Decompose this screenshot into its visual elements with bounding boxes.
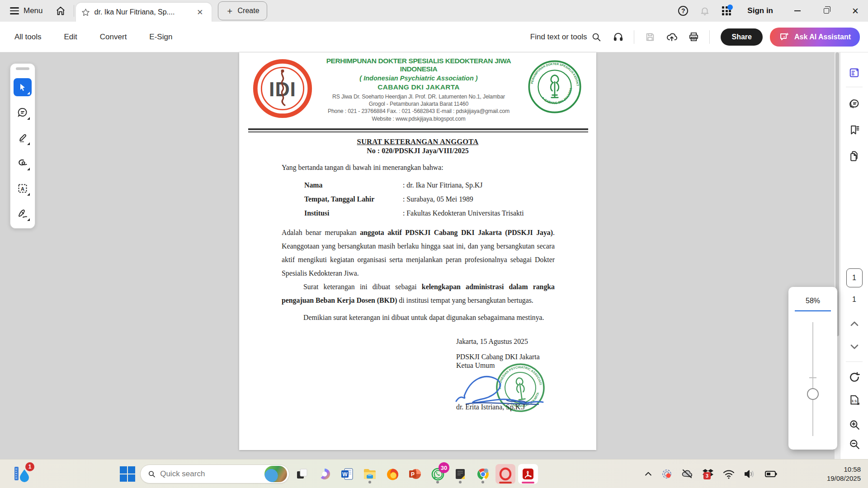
- pdf-page[interactable]: IDI PERHIMPUNAN DOKTER SPESIALIS KEDOKTE…: [239, 52, 596, 450]
- menu-button[interactable]: Menu: [0, 0, 49, 22]
- print-button[interactable]: [684, 28, 703, 47]
- search-icon: [591, 32, 601, 42]
- cloud-upload-icon: [666, 32, 677, 42]
- notifications-button[interactable]: [696, 0, 714, 22]
- tray-show-hidden-icons[interactable]: [644, 469, 653, 479]
- taskbar-acrobat[interactable]: [518, 464, 538, 484]
- document-viewport: A IDI PERHIMPUNAN DOKTER SPESIALIS KEDOK…: [0, 52, 868, 459]
- taskbar-notepad[interactable]: [450, 464, 470, 484]
- esign-menu[interactable]: E-Sign: [143, 29, 179, 45]
- svg-text:P: P: [411, 471, 415, 478]
- convert-menu[interactable]: Convert: [94, 29, 133, 45]
- comments-panel-button[interactable]: [845, 94, 864, 113]
- document-tab[interactable]: dr. Ika Nur Fitriana, Sp.... ✕: [76, 3, 212, 22]
- taskbar-clock[interactable]: 10:58 19/08/2025: [827, 460, 861, 488]
- wifi-icon: [722, 468, 735, 480]
- select-tool-button[interactable]: [14, 78, 32, 96]
- next-page-button[interactable]: [845, 337, 864, 356]
- widgets-button[interactable]: 1: [12, 464, 33, 484]
- tray-onedrive-paused[interactable]: [681, 468, 693, 480]
- taskbar-chrome[interactable]: [473, 464, 493, 484]
- draw-tool-button[interactable]: [14, 154, 32, 172]
- taskbar-file-explorer[interactable]: [360, 464, 380, 484]
- tray-battery[interactable]: [764, 467, 778, 481]
- field-row-institusi: Institusi : Fakultas Kedokteran Universi…: [282, 206, 555, 220]
- acrobat-icon: [521, 467, 535, 481]
- file-explorer-icon: [363, 467, 377, 481]
- page-thumbnails-button[interactable]: [845, 146, 864, 165]
- letter-number: No : 020/PDSKJI Jaya/VIII/2025: [239, 147, 596, 155]
- word-icon: W: [340, 467, 354, 481]
- ask-ai-assistant-button[interactable]: Ask AI Assistant: [770, 28, 860, 47]
- zoom-slider-knob[interactable]: [807, 388, 819, 400]
- home-button[interactable]: [49, 0, 72, 22]
- all-tools-menu[interactable]: All tools: [8, 29, 48, 45]
- create-tab-button[interactable]: ＋ Create: [218, 1, 267, 20]
- handwritten-signature: [456, 377, 543, 403]
- signature-pen-icon: [17, 208, 28, 219]
- tray-dropbox[interactable]: 3: [702, 468, 714, 480]
- tray-recording-indicator[interactable]: [661, 468, 673, 480]
- zoom-level-value[interactable]: 58%: [788, 297, 837, 305]
- bookmarks-panel-button[interactable]: [845, 120, 864, 139]
- taskbar-firefox[interactable]: [382, 464, 402, 484]
- tab-close-icon[interactable]: ✕: [194, 7, 206, 18]
- previous-page-button[interactable]: [845, 314, 864, 333]
- field-row-ttl: Tempat, Tanggal Lahir : Surabaya, 05 Mei…: [282, 192, 555, 206]
- rotate-page-button[interactable]: [845, 368, 864, 387]
- palette-drag-handle[interactable]: [16, 67, 29, 70]
- start-button[interactable]: [118, 464, 137, 484]
- select-text-tool-button[interactable]: A: [14, 179, 32, 197]
- text-select-icon: A: [17, 183, 28, 194]
- star-icon[interactable]: [81, 8, 90, 17]
- comment-tool-button[interactable]: [14, 103, 32, 122]
- cloud-slash-icon: [681, 468, 693, 480]
- minimize-button[interactable]: [785, 0, 810, 22]
- close-button[interactable]: ✕: [843, 0, 868, 22]
- taskbar-task-view[interactable]: [292, 464, 312, 484]
- bell-icon: [700, 6, 710, 16]
- read-aloud-button[interactable]: [609, 28, 627, 47]
- quick-search-input[interactable]: [160, 469, 260, 479]
- ai-summary-button[interactable]: [845, 63, 864, 82]
- page-number-input[interactable]: 1: [846, 268, 863, 287]
- taskbar-word[interactable]: W: [337, 464, 357, 484]
- zoom-out-button[interactable]: [845, 435, 864, 454]
- tray-volume[interactable]: [743, 468, 756, 480]
- dropdown-corner: [27, 142, 30, 145]
- help-button[interactable]: ?: [674, 0, 692, 22]
- edit-menu[interactable]: Edit: [58, 29, 84, 45]
- search-highlight-image[interactable]: [264, 466, 287, 482]
- app-toolbar: All tools Edit Convert E-Sign Find text …: [0, 22, 868, 52]
- page-total-label: 1: [852, 296, 856, 304]
- taskbar-copilot[interactable]: [315, 464, 335, 484]
- find-text-button[interactable]: Find text or tools: [526, 28, 606, 46]
- actual-size-button[interactable]: 1:1: [845, 390, 864, 409]
- signature-city-date: Jakarta, 15 Agustus 2025: [456, 337, 574, 346]
- letter-paragraph-2: Surat keterangan ini dibuat sebagai kele…: [282, 280, 555, 307]
- sign-in-button[interactable]: Sign in: [739, 6, 781, 15]
- tray-wifi[interactable]: [722, 468, 735, 480]
- org-address: RS Jiwa Dr. Soeharto Heerdjan Jl. Prof. …: [311, 93, 527, 122]
- upload-cloud-button[interactable]: [662, 28, 681, 47]
- menu-label: Menu: [24, 6, 43, 15]
- highlight-tool-button[interactable]: [14, 129, 32, 147]
- restore-button[interactable]: [814, 0, 839, 22]
- comment-icon: [17, 107, 28, 118]
- zoom-in-button[interactable]: [845, 415, 864, 434]
- pages-icon: [849, 150, 860, 162]
- copilot-icon: [318, 467, 331, 481]
- apps-launcher-button[interactable]: [717, 0, 736, 22]
- taskbar-search[interactable]: [140, 465, 289, 483]
- fill-sign-tool-button[interactable]: [14, 205, 32, 223]
- share-button[interactable]: Share: [721, 28, 762, 46]
- taskbar-opera[interactable]: [495, 464, 515, 484]
- taskbar-whatsapp[interactable]: 30: [428, 464, 448, 484]
- taskbar-powerpoint[interactable]: P: [405, 464, 425, 484]
- title-bar: Menu dr. Ika Nur Fitriana, Sp.... ✕ ＋ Cr…: [0, 0, 868, 22]
- right-rail: 1 1 1:1: [840, 52, 868, 459]
- chevron-down-icon: [849, 341, 860, 352]
- powerpoint-icon: P: [408, 467, 422, 481]
- zoom-slider-track[interactable]: [812, 322, 813, 436]
- save-button[interactable]: [641, 28, 660, 47]
